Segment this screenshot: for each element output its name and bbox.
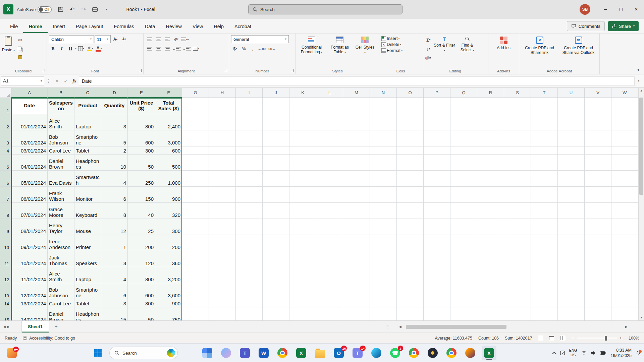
cell-R9[interactable] bbox=[477, 219, 504, 235]
row-header-14[interactable]: 14 bbox=[0, 299, 11, 307]
cell-H6[interactable] bbox=[209, 171, 236, 187]
cell-M12[interactable] bbox=[343, 267, 370, 283]
cell-M13[interactable] bbox=[343, 283, 370, 299]
create-pdf-share-outlook-button[interactable]: ✉ Create PDF and Share via Outlook bbox=[561, 35, 596, 67]
column-header-N[interactable]: N bbox=[370, 88, 397, 98]
accounting-format-button[interactable]: $▾ bbox=[231, 45, 239, 53]
cell-T7[interactable] bbox=[531, 187, 558, 203]
cell-D10[interactable]: 1 bbox=[101, 235, 128, 251]
comments-button[interactable]: Comments bbox=[567, 21, 605, 31]
underline-button[interactable]: U bbox=[66, 45, 74, 53]
cell-O3[interactable] bbox=[397, 130, 424, 146]
taskbar-app-teams[interactable]: T bbox=[237, 346, 252, 360]
cell-P8[interactable] bbox=[424, 203, 450, 219]
cell-F8[interactable]: 320 bbox=[155, 203, 182, 219]
cell-N6[interactable] bbox=[370, 171, 397, 187]
create-pdf-share-link-button[interactable]: ↗ Create PDF and Share link bbox=[523, 35, 556, 67]
row-header-4[interactable]: 4 bbox=[0, 146, 11, 155]
cell-R15[interactable] bbox=[477, 307, 504, 320]
cell-D11[interactable]: 3 bbox=[101, 251, 128, 267]
cell-A13[interactable]: 12/01/2024 bbox=[11, 283, 48, 299]
cell-S4[interactable] bbox=[504, 146, 531, 155]
tab-home[interactable]: Home bbox=[23, 20, 47, 33]
cell-E3[interactable]: 600 bbox=[128, 130, 155, 146]
search-box[interactable]: Search bbox=[248, 4, 402, 14]
taskbar-app-widgets[interactable] bbox=[200, 346, 215, 360]
taskbar-search[interactable]: Search bbox=[109, 347, 178, 359]
taskbar-app-browser[interactable] bbox=[444, 346, 459, 360]
cell-J12[interactable] bbox=[263, 267, 289, 283]
cell-C14[interactable]: Tablet bbox=[74, 299, 101, 307]
hscroll-thumb[interactable] bbox=[406, 325, 506, 329]
cell-C4[interactable]: Tablet bbox=[74, 146, 101, 155]
vertical-scrollbar[interactable]: ▲ ▼ bbox=[638, 88, 644, 320]
cell-I8[interactable] bbox=[236, 203, 263, 219]
cell-K7[interactable] bbox=[289, 187, 316, 203]
fill-color-button[interactable]: ▾ bbox=[86, 45, 94, 53]
undo-button[interactable]: ↶ bbox=[67, 4, 77, 14]
cell-K3[interactable] bbox=[289, 130, 316, 146]
cell-V15[interactable] bbox=[585, 307, 611, 320]
cell-I6[interactable] bbox=[236, 171, 263, 187]
notifications-button[interactable] bbox=[636, 351, 641, 355]
cell-V7[interactable] bbox=[585, 187, 611, 203]
font-family-select[interactable]: Calibri▾ bbox=[49, 35, 94, 43]
align-left-button[interactable] bbox=[146, 45, 154, 53]
alignment-dialog-launcher[interactable] bbox=[224, 69, 227, 72]
hscroll-track[interactable] bbox=[405, 325, 622, 329]
cell-T4[interactable] bbox=[531, 146, 558, 155]
cell-D15[interactable]: 15 bbox=[101, 307, 128, 320]
cell-W14[interactable] bbox=[611, 299, 638, 307]
cell-P12[interactable] bbox=[424, 267, 450, 283]
cell-L6[interactable] bbox=[316, 171, 343, 187]
delete-cells-button[interactable]: × Delete ▾ bbox=[381, 42, 420, 47]
row-header-6[interactable]: 6 bbox=[0, 171, 11, 187]
cell-M8[interactable] bbox=[343, 203, 370, 219]
number-format-select[interactable]: General▾ bbox=[231, 35, 289, 43]
cell-G9[interactable] bbox=[182, 219, 209, 235]
sheet-nav-right-button[interactable]: ▶ bbox=[4, 325, 13, 328]
cell-N9[interactable] bbox=[370, 219, 397, 235]
cell-V6[interactable] bbox=[585, 171, 611, 187]
cell-L2[interactable] bbox=[316, 114, 343, 130]
cell-L9[interactable] bbox=[316, 219, 343, 235]
cell-Q3[interactable] bbox=[450, 130, 477, 146]
cell-L3[interactable] bbox=[316, 130, 343, 146]
clear-button[interactable]: ▾ bbox=[424, 54, 432, 62]
cell-T6[interactable] bbox=[531, 171, 558, 187]
cell-Q13[interactable] bbox=[450, 283, 477, 299]
column-header-O[interactable]: O bbox=[397, 88, 424, 98]
cell-G15[interactable] bbox=[182, 307, 209, 320]
pen-icon[interactable] bbox=[560, 351, 565, 355]
row-header-13[interactable]: 13 bbox=[0, 283, 11, 299]
cell-O5[interactable] bbox=[397, 155, 424, 171]
cell-M15[interactable] bbox=[343, 307, 370, 320]
formula-input[interactable]: Date bbox=[79, 76, 635, 86]
hscroll-right-arrow[interactable]: ▶ bbox=[622, 325, 631, 328]
cell-F7[interactable]: 900 bbox=[155, 187, 182, 203]
cell-C6[interactable]: Smartwatch bbox=[74, 171, 101, 187]
cell-I5[interactable] bbox=[236, 155, 263, 171]
decrease-indent-button[interactable]: ← bbox=[172, 45, 181, 53]
cell-I2[interactable] bbox=[236, 114, 263, 130]
cell-Q10[interactable] bbox=[450, 235, 477, 251]
share-button[interactable]: Share ▾ bbox=[608, 21, 639, 31]
start-button[interactable] bbox=[91, 346, 105, 360]
column-header-C[interactable]: C bbox=[74, 88, 101, 98]
cell-A1[interactable]: Date bbox=[11, 98, 48, 114]
tab-formulas[interactable]: Formulas bbox=[108, 20, 139, 33]
cell-V8[interactable] bbox=[585, 203, 611, 219]
cell-H15[interactable] bbox=[209, 307, 236, 320]
cell-T9[interactable] bbox=[531, 219, 558, 235]
cell-E9[interactable]: 25 bbox=[128, 219, 155, 235]
cell-P11[interactable] bbox=[424, 251, 450, 267]
cell-O14[interactable] bbox=[397, 299, 424, 307]
cell-R10[interactable] bbox=[477, 235, 504, 251]
cell-M3[interactable] bbox=[343, 130, 370, 146]
cell-E11[interactable]: 120 bbox=[128, 251, 155, 267]
middle-align-button[interactable] bbox=[154, 35, 162, 43]
cell-O8[interactable] bbox=[397, 203, 424, 219]
cell-P14[interactable] bbox=[424, 299, 450, 307]
cell-S3[interactable] bbox=[504, 130, 531, 146]
find-select-button[interactable]: Find & Select ▾ bbox=[457, 35, 478, 67]
